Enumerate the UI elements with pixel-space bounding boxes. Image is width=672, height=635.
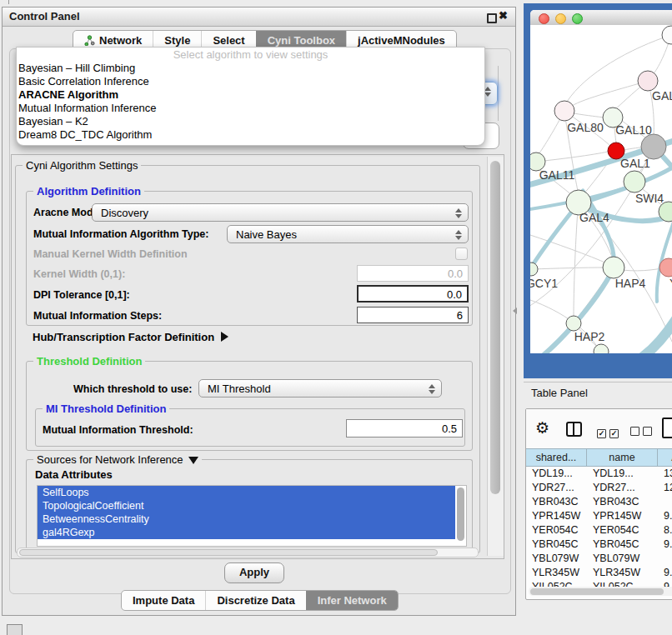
- which-threshold-select[interactable]: MI Threshold: [198, 379, 442, 398]
- control-panel-title: Control Panel: [9, 10, 80, 22]
- table-cell: YBR045C: [526, 538, 587, 552]
- network-window-titlebar[interactable]: [530, 10, 672, 26]
- network-edge[interactable]: [574, 210, 578, 316]
- node-label-gal: GAL: [652, 89, 672, 102]
- table-row[interactable]: YDL19...YDL19...13: [526, 467, 672, 481]
- which-threshold-label: Which threshold to use:: [73, 383, 192, 395]
- document-icon[interactable]: [662, 418, 672, 438]
- network-node[interactable]: [530, 262, 538, 276]
- float-window-icon[interactable]: [487, 13, 497, 23]
- network-node[interactable]: [554, 101, 574, 121]
- columns-icon[interactable]: [566, 422, 582, 437]
- network-edge-thick[interactable]: [530, 204, 578, 277]
- attribute-item-betweennesscentrality[interactable]: BetweennessCentrality: [38, 512, 455, 526]
- gear-icon[interactable]: ⚙: [535, 418, 549, 438]
- table-row[interactable]: YBR043CYBR043C: [526, 495, 672, 509]
- network-node[interactable]: [638, 71, 658, 91]
- algorithm-option-bayesian-k2[interactable]: Bayesian – K2: [17, 115, 484, 128]
- network-node[interactable]: [662, 26, 672, 44]
- list-scrollbar-thumb[interactable]: [457, 488, 464, 541]
- table-cell: YBR043C: [526, 495, 587, 509]
- algorithm-option-aracne-algorithm[interactable]: ARACNE Algorithm: [17, 88, 484, 102]
- table-cell: YDR27...: [526, 481, 587, 495]
- network-edge[interactable]: [533, 268, 605, 269]
- tab-discretize-data[interactable]: Discretize Data: [205, 591, 305, 610]
- algorithm-option-mutual-information-inference[interactable]: Mutual Information Inference: [17, 102, 484, 115]
- dpi-tolerance-field[interactable]: 0.0: [357, 285, 469, 302]
- algorithm-option-dream8-dc-tdc-algorithm[interactable]: Dream8 DC_TDC Algorithm: [17, 128, 484, 142]
- cyni-bottom-tab-strip: Impute DataDiscretize DataInfer Network: [121, 590, 399, 611]
- table-cell: [658, 552, 672, 566]
- attribute-item-selfloops[interactable]: SelfLoops: [38, 486, 455, 499]
- node-label-gal80: GAL80: [567, 121, 604, 134]
- network-icon: [84, 35, 95, 46]
- table-row[interactable]: YLR345WYLR345W9.: [526, 566, 672, 580]
- hub-definition-toggle[interactable]: Hub/Transcription Factor Definition: [33, 331, 228, 343]
- table-cell: 8.: [658, 523, 672, 538]
- table-row[interactable]: YDR27...YDR27...12: [526, 481, 672, 495]
- control-panel: Control Panel ✖ NetworkStyleSelectCyni T…: [2, 7, 516, 616]
- node-label-gal11: GAL11: [539, 168, 575, 182]
- tab-impute-data[interactable]: Impute Data: [122, 591, 205, 610]
- network-node[interactable]: [641, 134, 666, 159]
- node-label-gal1: GAL1: [620, 157, 650, 170]
- attribute-item-topologicalcoefficient[interactable]: TopologicalCoefficient: [38, 499, 455, 512]
- table-scrollbar-thumb[interactable]: [530, 588, 664, 595]
- checked-pair-icon[interactable]: ✓✓: [597, 424, 622, 439]
- aracne-mode-select[interactable]: Discovery: [92, 203, 469, 222]
- table-row[interactable]: YBL079WYBL079W: [526, 552, 672, 566]
- settings-horizontal-scrollbar[interactable]: [17, 548, 479, 558]
- tab-label: Select: [213, 34, 244, 47]
- tab-infer-network[interactable]: Infer Network: [306, 591, 398, 610]
- checked-box-icon: ✓: [597, 429, 606, 438]
- table-row[interactable]: YBR045CYBR045C9.: [526, 538, 672, 552]
- mi-threshold-field[interactable]: 0.5: [346, 419, 463, 438]
- algorithm-popup-prompt: Select algorithm to view settings: [17, 48, 484, 62]
- algorithm-option-basic-correlation-inference[interactable]: Basic Correlation Inference: [17, 75, 484, 88]
- sources-group-title[interactable]: Sources for Network Inference: [33, 453, 202, 466]
- attribute-item-gal4rgexp[interactable]: gal4RGexp: [38, 526, 455, 539]
- table-row[interactable]: YER054CYER054C8.: [526, 523, 672, 538]
- node-label-gal10: GAL10: [615, 123, 652, 137]
- zoom-traffic-light-icon[interactable]: [572, 13, 583, 24]
- panel-splitter-grip[interactable]: [513, 308, 517, 314]
- network-node[interactable]: [603, 257, 624, 278]
- network-node[interactable]: [566, 316, 581, 331]
- network-window[interactable]: GALGAL80GAL10GAL1GAL11SWI4GAL4GCY1HAP4YH…: [530, 10, 672, 353]
- table-cell: 12: [658, 481, 672, 495]
- table-header-row: shared...nameA: [526, 448, 672, 467]
- dpi-tolerance-label: DPI Tolerance [0,1]:: [33, 289, 130, 301]
- network-canvas[interactable]: GALGAL80GAL10GAL1GAL11SWI4GAL4GCY1HAP4YH…: [530, 25, 672, 353]
- column-header-shared[interactable]: shared...: [526, 449, 587, 467]
- kernel-width-field[interactable]: 0.0: [357, 265, 469, 282]
- network-edge[interactable]: [572, 81, 648, 106]
- algorithm-option-bayesian-hill-climbing[interactable]: Bayesian – Hill Climbing: [17, 62, 484, 75]
- mi-algorithm-type-select[interactable]: Naive Bayes: [227, 225, 469, 243]
- table-cell: [658, 495, 672, 509]
- network-edge[interactable]: [574, 113, 604, 118]
- table-horizontal-scrollbar[interactable]: [529, 587, 672, 596]
- which-threshold-value: MI Threshold: [208, 382, 271, 395]
- network-edge-thick[interactable]: [634, 315, 672, 353]
- unchecked-pair-icon[interactable]: [630, 424, 655, 439]
- data-attributes-label: Data Attributes: [35, 468, 113, 481]
- close-icon[interactable]: ✖: [499, 9, 508, 22]
- column-header-a[interactable]: A: [658, 449, 672, 467]
- minimized-panel-icon[interactable]: [7, 624, 23, 635]
- collapse-down-icon: [188, 457, 198, 464]
- vertical-scrollbar-thumb[interactable]: [490, 161, 500, 494]
- close-traffic-light-icon[interactable]: [539, 13, 549, 24]
- horizontal-scrollbar-thumb[interactable]: [19, 549, 438, 556]
- column-header-name[interactable]: name: [587, 449, 658, 467]
- table-row[interactable]: YPR145WYPR145W9.: [526, 509, 672, 523]
- settings-vertical-scrollbar[interactable]: [487, 157, 504, 556]
- kernel-width-label: Kernel Width (0,1):: [33, 268, 125, 280]
- network-node[interactable]: [624, 171, 645, 192]
- table-cell: YER054C: [587, 523, 658, 538]
- manual-kernel-width-checkbox[interactable]: [455, 248, 468, 260]
- apply-button[interactable]: Apply: [224, 562, 284, 583]
- data-attributes-list[interactable]: SelfLoopsTopologicalCoefficientBetweenne…: [37, 485, 467, 547]
- mi-steps-field[interactable]: 6: [357, 307, 469, 323]
- minimize-traffic-light-icon[interactable]: [555, 13, 566, 24]
- tab-label: Impute Data: [133, 594, 194, 607]
